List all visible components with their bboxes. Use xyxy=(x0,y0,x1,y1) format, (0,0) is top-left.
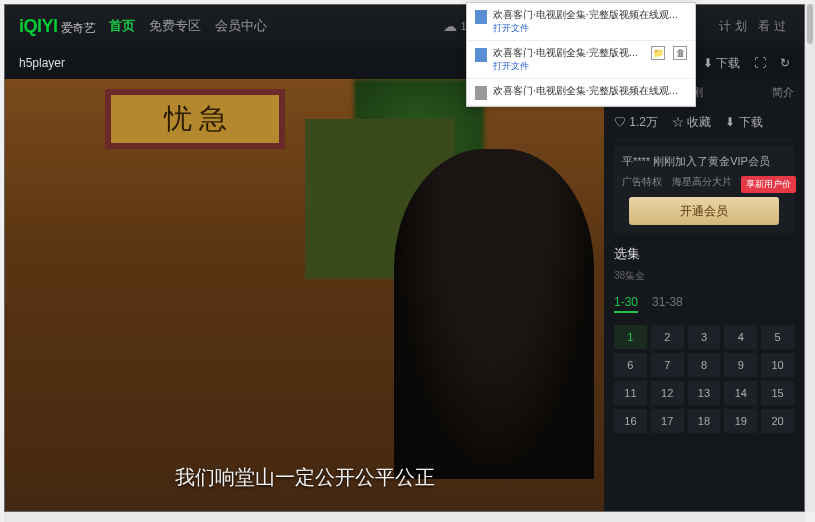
open-file-link[interactable]: 打开文件 xyxy=(493,22,687,35)
episode-1[interactable]: 1 xyxy=(614,325,647,349)
episode-4[interactable]: 4 xyxy=(724,325,757,349)
logo-cn: 爱奇艺 xyxy=(61,20,96,37)
vip-message: 平**** 刚刚加入了黄金VIP会员 xyxy=(622,154,786,169)
nav-home[interactable]: 首页 xyxy=(109,17,135,35)
file-icon xyxy=(475,86,487,100)
fullscreen-icon[interactable]: ⛶ xyxy=(754,56,766,70)
episode-range-2[interactable]: 31-38 xyxy=(652,293,683,313)
download-button[interactable]: ⬇ 下载 xyxy=(703,55,740,72)
weather-icon: ☁ xyxy=(443,18,457,34)
episode-20[interactable]: 20 xyxy=(761,409,794,433)
video-player[interactable]: 忧 急 我们响堂山一定公开公平公正 xyxy=(5,79,604,511)
logo-en: iQIYI xyxy=(19,16,58,37)
folder-icon[interactable]: 📁 xyxy=(651,46,665,60)
open-vip-button[interactable]: 开通会员 xyxy=(629,197,779,225)
episode-14[interactable]: 14 xyxy=(724,381,757,405)
delete-icon[interactable]: 🗑 xyxy=(673,46,687,60)
episode-6[interactable]: 6 xyxy=(614,353,647,377)
info-sidebar: 8.4分 · 农村 · 喜剧 简介 ♡ 1.2万 ☆ 收藏 ⬇ 下载 平****… xyxy=(604,79,804,511)
episode-16[interactable]: 16 xyxy=(614,409,647,433)
vip-tag: 广告特权 xyxy=(622,175,662,189)
download-action[interactable]: ⬇ 下载 xyxy=(725,114,762,131)
episode-19[interactable]: 19 xyxy=(724,409,757,433)
episode-2[interactable]: 2 xyxy=(651,325,684,349)
episode-8[interactable]: 8 xyxy=(688,353,721,377)
episode-grid: 1234567891011121314151617181920 xyxy=(614,325,794,433)
open-file-link[interactable]: 打开文件 xyxy=(493,60,645,73)
logo[interactable]: iQIYI 爱奇艺 xyxy=(19,16,95,37)
download-item[interactable]: 欢喜客门·电视剧全集·完整版视频在线观看·爱奇艺_vid... xyxy=(467,79,695,106)
download-title: 欢喜客门·电视剧全集·完整版视频在线... xyxy=(493,46,645,60)
episode-7[interactable]: 7 xyxy=(651,353,684,377)
episode-count: 38集全 xyxy=(614,269,794,283)
episode-12[interactable]: 12 xyxy=(651,381,684,405)
episode-13[interactable]: 13 xyxy=(688,381,721,405)
vertical-scrollbar[interactable] xyxy=(805,4,815,512)
horizontal-scrollbar[interactable] xyxy=(4,512,805,522)
vip-ribbon: 享新用户价 xyxy=(741,176,796,193)
file-icon xyxy=(475,48,487,62)
downloads-popup: 欢喜客门·电视剧全集·完整版视频在线观看·爱奇艺_2'5...打开文件欢喜客门·… xyxy=(466,2,696,107)
episode-11[interactable]: 11 xyxy=(614,381,647,405)
vip-tag: 海星高分大片 xyxy=(672,175,732,189)
download-item[interactable]: 欢喜客门·电视剧全集·完整版视频在线...打开文件📁🗑 xyxy=(467,41,695,79)
favorite-button[interactable]: ☆ 收藏 xyxy=(672,114,711,131)
episode-5[interactable]: 5 xyxy=(761,325,794,349)
like-button[interactable]: ♡ 1.2万 xyxy=(614,114,658,131)
download-title: 欢喜客门·电视剧全集·完整版视频在线观看·爱奇艺_2'5... xyxy=(493,8,687,22)
episode-15[interactable]: 15 xyxy=(761,381,794,405)
video-subtitle: 我们响堂山一定公开公平公正 xyxy=(5,464,604,491)
episode-title: 选集 xyxy=(614,245,794,263)
episode-18[interactable]: 18 xyxy=(688,409,721,433)
vip-promo-box: 平**** 刚刚加入了黄金VIP会员 广告特权 海星高分大片 1080P 开通会… xyxy=(614,146,794,233)
download-title: 欢喜客门·电视剧全集·完整版视频在线观看·爱奇艺_vid... xyxy=(493,84,687,98)
episode-17[interactable]: 17 xyxy=(651,409,684,433)
episode-3[interactable]: 3 xyxy=(688,325,721,349)
refresh-icon[interactable]: ↻ xyxy=(780,56,790,70)
nav-member[interactable]: 会员中心 xyxy=(215,17,267,35)
episode-9[interactable]: 9 xyxy=(724,353,757,377)
file-icon xyxy=(475,10,487,24)
top-right-links[interactable]: 计划 看过 xyxy=(719,18,790,35)
player-label: h5player xyxy=(19,56,65,70)
episode-10[interactable]: 10 xyxy=(761,353,794,377)
episode-range-1[interactable]: 1-30 xyxy=(614,293,638,313)
download-item[interactable]: 欢喜客门·电视剧全集·完整版视频在线观看·爱奇艺_2'5...打开文件 xyxy=(467,3,695,41)
intro-link[interactable]: 简介 xyxy=(772,85,794,100)
nav-free[interactable]: 免费专区 xyxy=(149,17,201,35)
